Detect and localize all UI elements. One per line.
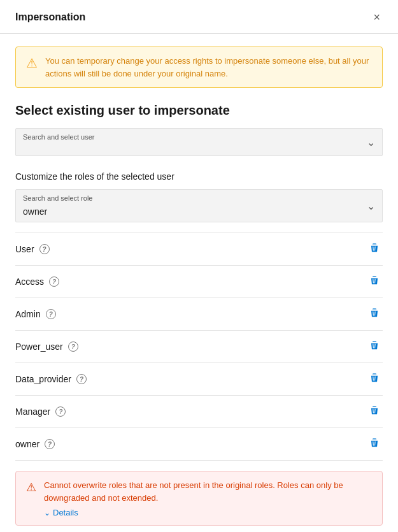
- role-name-admin: Admin: [15, 309, 41, 319]
- warning-icon: ⚠: [26, 55, 38, 71]
- roles-list: User ? Access ?: [15, 233, 383, 461]
- warning-banner: ⚠ You can temporary change your access r…: [15, 47, 383, 88]
- role-item-data-provider: Data_provider ?: [15, 363, 383, 396]
- impersonation-dialog: Impersonation × ⚠ You can temporary chan…: [0, 0, 398, 532]
- error-content: Cannot overwrite roles that are not pres…: [44, 479, 372, 517]
- role-item-access: Access ?: [15, 266, 383, 298]
- details-chevron-icon: ⌄: [44, 508, 50, 517]
- help-icon-owner[interactable]: ?: [45, 439, 55, 449]
- role-select-wrapper: Search and select role owner ⌄: [15, 189, 383, 222]
- role-name-data-provider: Data_provider: [15, 374, 71, 384]
- user-select-wrapper: ⌄ Search and select user: [15, 128, 383, 156]
- role-item-owner: owner ?: [15, 428, 383, 461]
- details-link[interactable]: ⌄ Details: [44, 508, 78, 517]
- delete-button-data-provider[interactable]: [366, 371, 383, 387]
- delete-button-user[interactable]: [366, 241, 383, 257]
- delete-button-admin[interactable]: [366, 306, 383, 322]
- role-item-admin: Admin ?: [15, 298, 383, 331]
- role-name-manager: Manager: [15, 406, 50, 417]
- section-title: Select existing user to impersonate: [15, 103, 383, 118]
- role-select[interactable]: [15, 189, 383, 222]
- role-item-manager: Manager ?: [15, 396, 383, 428]
- delete-button-owner[interactable]: [366, 436, 383, 452]
- help-icon-access[interactable]: ?: [49, 277, 59, 287]
- role-name-user: User: [15, 244, 34, 254]
- dialog-header: Impersonation ×: [0, 0, 398, 34]
- help-icon-data-provider[interactable]: ?: [76, 374, 87, 384]
- dialog-title: Impersonation: [15, 11, 85, 23]
- warning-text: You can temporary change your access rig…: [45, 55, 372, 80]
- error-icon: ⚠: [26, 480, 36, 494]
- error-banner: ⚠ Cannot overwrite roles that are not pr…: [15, 471, 383, 526]
- details-label: Details: [53, 508, 78, 517]
- delete-button-access[interactable]: [366, 273, 383, 290]
- help-icon-manager[interactable]: ?: [55, 406, 66, 417]
- help-icon-admin[interactable]: ?: [46, 309, 56, 319]
- delete-button-manager[interactable]: [366, 403, 383, 420]
- role-name-owner: owner: [15, 439, 39, 449]
- close-button[interactable]: ×: [371, 10, 383, 24]
- error-text: Cannot overwrite roles that are not pres…: [44, 480, 343, 503]
- help-icon-power-user[interactable]: ?: [68, 341, 78, 352]
- role-name-power-user: Power_user: [15, 341, 63, 352]
- delete-button-power-user[interactable]: [366, 338, 383, 355]
- dialog-body: ⚠ You can temporary change your access r…: [0, 34, 398, 532]
- role-item-power-user: Power_user ?: [15, 331, 383, 363]
- customize-roles-label: Customize the roles of the selected user: [15, 171, 383, 182]
- role-item-user: User ?: [15, 233, 383, 266]
- help-icon-user[interactable]: ?: [39, 244, 50, 254]
- user-select[interactable]: [15, 128, 383, 156]
- role-name-access: Access: [15, 277, 44, 287]
